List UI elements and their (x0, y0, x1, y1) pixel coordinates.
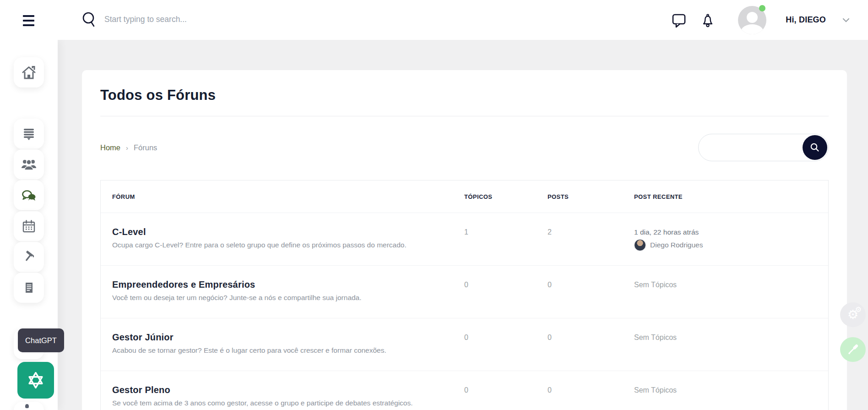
sidebar-item-notes[interactable] (14, 273, 44, 303)
calendar-icon (22, 219, 36, 234)
breadcrumb: Home › Fóruns (100, 143, 157, 152)
notifications-bell-icon[interactable] (700, 11, 716, 30)
chatgpt-tooltip: ChatGPT (18, 328, 64, 352)
accessibility-settings-button[interactable]: ⚙ ⚙ (840, 302, 866, 327)
topics-count: 0 (464, 371, 548, 410)
forum-feed-icon (22, 127, 36, 141)
recent-post-empty: Sem Tópicos (634, 333, 828, 342)
home-icon (21, 65, 37, 80)
chat-bubbles-icon (21, 188, 37, 202)
forum-search-box (698, 134, 829, 161)
column-header-recent: POST RECENTE (634, 193, 828, 200)
forums-card: Todos os Fóruns Home › Fóruns FÓRUM (82, 70, 847, 410)
sidebar-item-events[interactable] (14, 211, 44, 241)
chatgpt-logo-icon (25, 370, 46, 391)
author-name: Diego Rodrigues (650, 241, 703, 249)
members-icon (21, 158, 37, 171)
forum-description: Acabou de se tornar gestor? Este é o lug… (112, 346, 446, 355)
forums-table: FÓRUM TÓPICOS POSTS POST RECENTE C-Level… (100, 180, 829, 410)
forum-description: Ocupa cargo C-Level? Entre para o seleto… (112, 241, 446, 249)
sidebar-item-members[interactable] (14, 149, 44, 180)
author-avatar (634, 239, 646, 251)
hammer-icon (21, 249, 37, 265)
topics-count: 1 (464, 213, 548, 265)
table-row[interactable]: Gestor Júnior Acabou de se tornar gestor… (101, 318, 828, 371)
topics-count: 0 (464, 266, 548, 318)
forum-description: Se você tem acima de 3 anos como gestor,… (112, 399, 446, 407)
table-header-row: FÓRUM TÓPICOS POSTS POST RECENTE (101, 180, 828, 213)
recent-post-author[interactable]: Diego Rodrigues (634, 239, 828, 251)
recent-post-empty: Sem Tópicos (634, 386, 828, 394)
forum-title-link[interactable]: Gestor Pleno (112, 385, 446, 395)
main-content: Todos os Fóruns Home › Fóruns FÓRUM (58, 40, 868, 410)
eyedropper-icon (846, 343, 860, 356)
table-row[interactable]: Empreendedores e Empresários Você tem ou… (101, 265, 828, 318)
sidebar-item-forums-active[interactable] (14, 180, 44, 210)
column-header-posts: POSTS (548, 193, 634, 200)
chevron-down-icon[interactable] (842, 18, 850, 22)
column-header-topics: TÓPICOS (464, 193, 548, 200)
forum-search-input[interactable] (710, 135, 801, 160)
color-picker-button[interactable] (840, 337, 866, 362)
forum-description: Você tem ou deseja ter um negócio? Junte… (112, 294, 446, 302)
breadcrumb-home-link[interactable]: Home (100, 143, 120, 152)
sidebar-item-clipped[interactable] (14, 402, 44, 410)
breadcrumb-separator: › (126, 144, 128, 152)
posts-count: 0 (548, 318, 634, 371)
user-greeting[interactable]: Hi, DIEGO (786, 15, 826, 25)
left-sidebar: ChatGPT (0, 40, 58, 410)
header-right: Hi, DIEGO (670, 0, 850, 40)
chatgpt-launcher-button[interactable] (17, 362, 54, 399)
notes-icon (22, 281, 36, 295)
gear-small-icon: ⚙ (855, 306, 862, 313)
posts-count: 2 (548, 213, 634, 265)
sidebar-item-forum-feed[interactable] (14, 119, 44, 149)
column-header-forum: FÓRUM (101, 193, 464, 200)
search-icon (81, 11, 97, 27)
global-search-input[interactable] (104, 10, 388, 28)
recent-post-time: 1 dia, 22 horas atrás (634, 228, 828, 236)
chatgpt-tooltip-label: ChatGPT (25, 336, 57, 345)
sidebar-item-tools[interactable] (14, 242, 44, 272)
search-icon (809, 142, 820, 153)
page-title: Todos os Fóruns (100, 85, 829, 105)
forum-search-button[interactable] (803, 135, 827, 160)
messages-icon[interactable] (670, 11, 688, 29)
breadcrumb-current: Fóruns (134, 143, 157, 152)
online-status-dot (759, 5, 765, 11)
table-row[interactable]: C-Level Ocupa cargo C-Level? Entre para … (101, 213, 828, 265)
title-divider (100, 116, 829, 116)
sidebar-item-home[interactable] (14, 57, 44, 87)
recent-post-empty: Sem Tópicos (634, 281, 828, 289)
top-header: Hi, DIEGO (0, 0, 868, 40)
user-avatar[interactable] (738, 6, 766, 34)
posts-count: 0 (548, 266, 634, 318)
forum-title-link[interactable]: Empreendedores e Empresários (112, 279, 446, 290)
table-row[interactable]: Gestor Pleno Se você tem acima de 3 anos… (101, 371, 828, 410)
topics-count: 0 (464, 318, 548, 371)
forum-title-link[interactable]: Gestor Júnior (112, 332, 446, 343)
hamburger-menu-icon[interactable] (23, 15, 34, 26)
clipped-icon-fragment (25, 404, 29, 408)
posts-count: 0 (548, 371, 634, 410)
forum-title-link[interactable]: C-Level (112, 227, 446, 237)
global-search (81, 10, 388, 28)
